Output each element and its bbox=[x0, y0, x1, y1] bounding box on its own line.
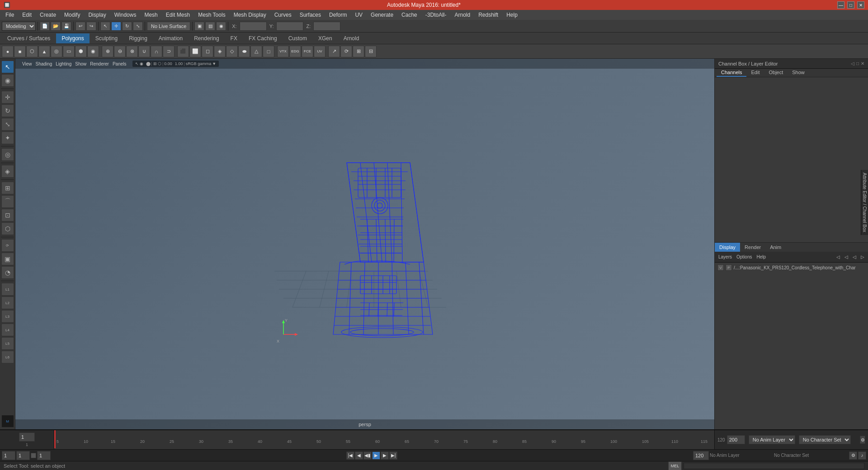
combine-btn[interactable]: ⊕ bbox=[102, 46, 113, 57]
menu-item-help[interactable]: Help bbox=[503, 11, 521, 19]
no-live-surface-button[interactable]: No Live Surface bbox=[147, 22, 190, 31]
extract-btn[interactable]: ⊗ bbox=[126, 46, 138, 57]
range-end-input[interactable] bbox=[693, 451, 709, 460]
select-loop-btn[interactable]: ⟳ bbox=[340, 46, 352, 57]
maya-logo-btn[interactable]: M bbox=[1, 415, 14, 428]
layer-btn5[interactable]: L5 bbox=[1, 337, 14, 350]
shrink-sel-btn[interactable]: ⊟ bbox=[365, 46, 377, 57]
char-set-select[interactable]: No Character Set bbox=[799, 435, 851, 444]
render-region-btn[interactable]: ▣ bbox=[1, 253, 14, 265]
fill-hole-btn[interactable]: ◻ bbox=[202, 46, 213, 57]
viewport-3d[interactable]: View Shading Lighting Show Renderer Pane… bbox=[15, 59, 714, 429]
face-mode-btn[interactable]: FCE bbox=[302, 46, 313, 57]
tab-sculpting[interactable]: Sculpting bbox=[90, 33, 123, 43]
snap-surface-btn[interactable]: ⬡ bbox=[1, 222, 14, 235]
layer-btn3[interactable]: L3 bbox=[1, 310, 14, 323]
go-to-start-btn[interactable]: |◀ bbox=[346, 451, 354, 460]
settings-btn[interactable]: ⚙ bbox=[860, 436, 865, 444]
menu-item-mesh-tools[interactable]: Mesh Tools bbox=[194, 11, 229, 19]
menu-item--3dtoall-[interactable]: -3DtoAll- bbox=[422, 11, 450, 19]
history-btn[interactable]: ⟳ bbox=[1, 239, 14, 252]
layer-btn4[interactable]: L4 bbox=[1, 324, 14, 336]
command-input[interactable] bbox=[684, 463, 864, 469]
tab-fx-caching[interactable]: FX Caching bbox=[243, 33, 283, 43]
menu-item-uv[interactable]: UV bbox=[351, 11, 366, 19]
smooth-btn[interactable]: ⬬ bbox=[238, 46, 250, 57]
menu-item-deform[interactable]: Deform bbox=[326, 11, 350, 19]
sound-btn[interactable]: ♪ bbox=[858, 451, 866, 460]
wedge-btn[interactable]: ◈ bbox=[214, 46, 226, 57]
sphere-icon-btn[interactable]: ● bbox=[2, 46, 14, 57]
tab-arnold[interactable]: Arnold bbox=[338, 33, 365, 43]
layers-help[interactable]: Help bbox=[755, 254, 768, 260]
ipr-button[interactable]: ◉ bbox=[216, 22, 226, 31]
menu-item-mesh-display[interactable]: Mesh Display bbox=[230, 11, 270, 19]
layer-btn2[interactable]: L2 bbox=[1, 296, 14, 309]
cylinder-icon-btn[interactable]: ⬡ bbox=[26, 46, 38, 57]
vp-show-menu[interactable]: Show bbox=[74, 61, 88, 67]
panel-close-btn[interactable]: ✕ bbox=[861, 61, 864, 66]
panel-collapse-btn[interactable]: ◁ bbox=[851, 61, 854, 66]
tab-xgen[interactable]: XGen bbox=[313, 33, 338, 43]
frame-step-input[interactable] bbox=[37, 451, 51, 460]
separate-btn[interactable]: ⊖ bbox=[114, 46, 126, 57]
menu-item-edit-mesh[interactable]: Edit Mesh bbox=[162, 11, 193, 19]
layers-tab[interactable]: Layers bbox=[717, 254, 734, 260]
layer-btn6[interactable]: L6 bbox=[1, 351, 14, 363]
range-start-input[interactable] bbox=[2, 451, 15, 460]
vp-renderer-menu[interactable]: Renderer bbox=[89, 61, 110, 67]
options-tab[interactable]: Options bbox=[735, 254, 754, 260]
anim-layer-select[interactable]: No Anim Layer bbox=[749, 435, 795, 444]
close-button[interactable]: ✕ bbox=[857, 1, 864, 9]
x-input[interactable] bbox=[240, 22, 267, 31]
frame-num-input[interactable] bbox=[16, 451, 30, 460]
window-controls[interactable]: — □ ✕ bbox=[837, 1, 864, 9]
tab-rendering[interactable]: Rendering bbox=[189, 33, 224, 43]
menu-item-redshift[interactable]: Redshift bbox=[475, 11, 502, 19]
edge-mode-btn[interactable]: EDG bbox=[289, 46, 301, 57]
show-manip-btn[interactable]: ◈ bbox=[1, 165, 14, 178]
menu-item-mesh[interactable]: Mesh bbox=[141, 11, 161, 19]
step-fwd-btn[interactable]: ▶ bbox=[381, 451, 389, 460]
layers-add-btn[interactable]: ◁ bbox=[835, 254, 842, 260]
vp-view-menu[interactable]: View bbox=[21, 61, 33, 67]
render-tab[interactable]: Render bbox=[740, 243, 765, 252]
extrude-btn[interactable]: ⬛ bbox=[177, 46, 189, 57]
step-back-btn[interactable]: ◀ bbox=[355, 451, 363, 460]
render-seq-button[interactable]: ▤ bbox=[205, 22, 215, 31]
tab-animation[interactable]: Animation bbox=[153, 33, 188, 43]
panel-float-btn[interactable]: □ bbox=[856, 61, 859, 66]
boolean-diff-btn[interactable]: ∩ bbox=[151, 46, 162, 57]
soft-select-btn[interactable]: ◎ bbox=[1, 148, 14, 161]
play-fwd-btn[interactable]: ▶ bbox=[372, 451, 380, 460]
go-to-end-btn[interactable]: ▶| bbox=[389, 451, 397, 460]
menu-item-curves[interactable]: Curves bbox=[271, 11, 295, 19]
menu-item-file[interactable]: File bbox=[2, 11, 18, 19]
new-file-button[interactable]: 📄 bbox=[40, 22, 50, 31]
timeline-ruler[interactable]: 5 10 15 20 25 30 35 40 45 50 55 60 65 70… bbox=[54, 430, 714, 449]
special-icon-btn[interactable]: ⬢ bbox=[75, 46, 87, 57]
render-button[interactable]: ▣ bbox=[194, 22, 204, 31]
attribute-editor-tab[interactable]: Attribute Editor / Channel Box bbox=[861, 170, 868, 235]
menu-item-windows[interactable]: Windows bbox=[111, 11, 140, 19]
layers-remove-btn[interactable]: ▷ bbox=[859, 254, 866, 260]
menu-item-display[interactable]: Display bbox=[85, 11, 109, 19]
scale-tool-button[interactable]: ⤡ bbox=[133, 22, 143, 31]
cone-icon-btn[interactable]: ▲ bbox=[38, 46, 50, 57]
uv-mode-btn[interactable]: UV bbox=[314, 46, 326, 57]
maximize-button[interactable]: □ bbox=[847, 1, 854, 9]
rotate-tool-button[interactable]: ↻ bbox=[122, 22, 132, 31]
cube-icon-btn[interactable]: ■ bbox=[14, 46, 26, 57]
rotate-tool-left[interactable]: ↻ bbox=[1, 104, 14, 117]
vertex-mode-btn[interactable]: VTX bbox=[277, 46, 289, 57]
tab-fx[interactable]: FX bbox=[225, 33, 243, 43]
save-file-button[interactable]: 💾 bbox=[61, 22, 71, 31]
menu-item-create[interactable]: Create bbox=[36, 11, 60, 19]
redo-button[interactable]: ↪ bbox=[86, 22, 96, 31]
current-frame-input[interactable] bbox=[19, 432, 35, 442]
grow-sel-btn[interactable]: ⊞ bbox=[353, 46, 364, 57]
snap-curve-btn[interactable]: ⌒ bbox=[1, 195, 14, 208]
snap-grid-btn[interactable]: ⊞ bbox=[1, 182, 14, 194]
boolean-int-btn[interactable]: ⊃ bbox=[163, 46, 175, 57]
layers-add3-btn[interactable]: ◁ bbox=[851, 254, 858, 260]
